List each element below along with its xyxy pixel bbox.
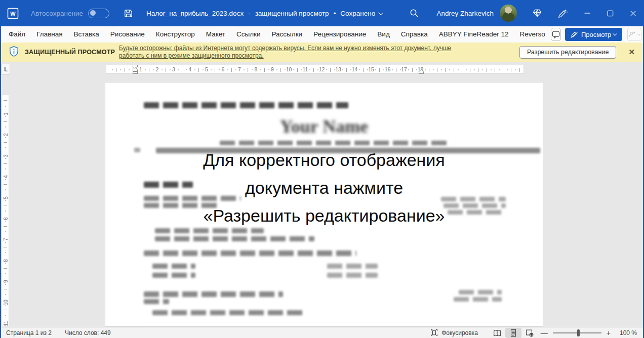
tab-view[interactable]: Вид <box>372 26 395 43</box>
status-bar: Страница 1 из 2 Число слов: 449 Фокусиро… <box>0 327 644 338</box>
whats-new-icon[interactable] <box>557 8 568 19</box>
message-line-2[interactable]: работать с ним в режиме защищенного прос… <box>119 52 451 60</box>
pen-slash-icon <box>570 30 578 38</box>
premium-gem-icon[interactable] <box>532 8 542 18</box>
tab-review[interactable]: Рецензирование <box>308 26 372 43</box>
word-window: W Автосохранение Налог_на_прибыль_2023.d… <box>0 0 644 338</box>
blur-bar <box>144 299 169 304</box>
blur-bar <box>327 264 378 269</box>
title-separator: - <box>248 10 251 17</box>
view-mode-label: Просмотр <box>581 31 611 38</box>
page-indicator[interactable]: Страница 1 из 2 <box>6 329 52 336</box>
view-mode-button[interactable]: Просмотр <box>565 28 622 41</box>
ruler-row: L 123456789101112131415161718 <box>0 62 644 76</box>
message-line-1[interactable]: Будьте осторожны: файлы из Интернета мог… <box>119 45 451 52</box>
shield-info-icon <box>8 46 20 59</box>
web-layout-button[interactable] <box>521 328 538 338</box>
title-bar: W Автосохранение Налог_на_прибыль_2023.d… <box>0 0 644 26</box>
blur-bar <box>459 290 502 294</box>
word-app-icon: W <box>7 8 19 19</box>
toggle-knob <box>90 10 96 16</box>
zoom-slider-handle[interactable] <box>577 329 580 336</box>
protected-view-message[interactable]: Будьте осторожны: файлы из Интернета мог… <box>119 45 451 60</box>
tab-design[interactable]: Конструктор <box>150 26 200 43</box>
tab-home[interactable]: Главная <box>31 26 68 43</box>
zoom-percentage[interactable]: 100 % <box>614 329 637 336</box>
share-icon <box>628 30 636 38</box>
document-area: 1234567891011 Your Name Для корректного … <box>0 76 644 327</box>
close-button[interactable] <box>629 10 637 17</box>
tab-abbyy-finereader[interactable]: ABBYY FineReader 12 <box>433 26 514 43</box>
focus-label: Фокусировка <box>441 329 478 336</box>
blur-bar <box>152 273 195 278</box>
print-layout-button[interactable] <box>505 328 521 338</box>
protected-view-overlay-text: Для корректного отображения документа на… <box>105 146 543 230</box>
read-mode-icon <box>493 328 502 337</box>
ribbon-tab-row: ФайлГлавнаяВставкаРисованиеКонструкторМа… <box>0 26 644 43</box>
document-page[interactable]: Your Name Для корректного отображения до… <box>105 82 543 327</box>
blur-bar <box>152 264 195 269</box>
autosave-toggle[interactable] <box>88 9 109 18</box>
overlay-line-1: Для корректного отображения <box>105 146 543 174</box>
blur-bar <box>327 273 378 278</box>
svg-text:W: W <box>10 11 16 17</box>
user-avatar[interactable] <box>500 5 517 22</box>
comments-button[interactable] <box>551 28 561 41</box>
view-mode-chevron-icon <box>613 31 617 35</box>
tab-draw[interactable]: Рисование <box>105 26 150 43</box>
focus-icon <box>430 328 438 337</box>
tab-insert[interactable]: Вставка <box>68 26 105 43</box>
blur-bar <box>155 236 314 241</box>
overlay-line-3: «Разрешить редактирование» <box>105 202 543 230</box>
document-title: Налог_на_прибыль_2023.docx <box>146 10 244 17</box>
protected-view-title: ЗАЩИЩЕННЫЙ ПРОСМОТР <box>25 49 115 56</box>
horizontal-ruler[interactable]: 123456789101112131415161718 <box>106 65 524 74</box>
right-indent-marker[interactable] <box>419 69 424 74</box>
tab-mailings[interactable]: Рассылки <box>266 26 308 43</box>
share-button-disabled <box>627 28 641 41</box>
maximize-button[interactable] <box>607 10 614 17</box>
saved-dropdown-chevron-icon[interactable] <box>378 10 383 15</box>
tab-stop-selector[interactable]: L <box>2 64 10 75</box>
web-layout-icon <box>525 328 534 337</box>
blurred-resume-heading: Your Name <box>105 116 543 137</box>
overlay-line-2: документа нажмите <box>105 174 543 202</box>
blur-bar <box>144 322 540 322</box>
zoom-in-button[interactable]: + <box>603 329 614 337</box>
user-name[interactable]: Andrey Zharkevich <box>436 10 494 17</box>
blur-bar <box>152 310 304 315</box>
tab-help[interactable]: Справка <box>395 26 433 43</box>
search-icon[interactable] <box>409 8 419 18</box>
tab-references[interactable]: Ссылки <box>231 26 266 43</box>
protected-view-banner: ЗАЩИЩЕННЫЙ ПРОСМОТР Будьте осторожны: фа… <box>0 43 644 62</box>
enable-editing-button[interactable]: Разрешить редактирование <box>519 46 616 59</box>
tab-layout[interactable]: Макет <box>200 26 231 43</box>
zoom-slider[interactable] <box>553 332 601 333</box>
banner-close-icon[interactable]: ✕ <box>628 48 635 57</box>
title-bullet: • <box>334 10 336 17</box>
tab-file[interactable]: Файл <box>3 26 31 43</box>
document-title-group: Налог_на_прибыль_2023.docx - защищенный … <box>146 10 383 17</box>
vertical-ruler[interactable]: 1234567891011 <box>2 95 9 326</box>
tab-reverso[interactable]: Reverso <box>514 26 551 43</box>
protected-mode-label: защищенный просмотр <box>255 10 329 17</box>
window-border-left <box>0 26 1 338</box>
blur-bar <box>144 102 348 108</box>
print-layout-icon <box>509 328 518 337</box>
word-count[interactable]: Число слов: 449 <box>65 329 111 336</box>
read-mode-button[interactable] <box>489 328 505 338</box>
zoom-out-button[interactable]: — <box>538 329 551 337</box>
minimize-button[interactable] <box>583 9 591 17</box>
share-chevron-icon <box>637 32 641 35</box>
blur-bar <box>144 250 356 256</box>
focus-toggle[interactable]: Фокусировка <box>430 328 478 337</box>
blur-bar <box>454 297 502 302</box>
save-icon[interactable] <box>124 9 133 18</box>
autosave-label: Автосохранение <box>31 10 83 17</box>
blur-bar <box>220 141 447 145</box>
left-indent-marker[interactable] <box>133 67 138 74</box>
blur-bar <box>144 291 283 297</box>
ribbon-tabs: ФайлГлавнаяВставкаРисованиеКонструкторМа… <box>3 26 551 43</box>
saved-status[interactable]: Сохранено <box>340 10 375 17</box>
